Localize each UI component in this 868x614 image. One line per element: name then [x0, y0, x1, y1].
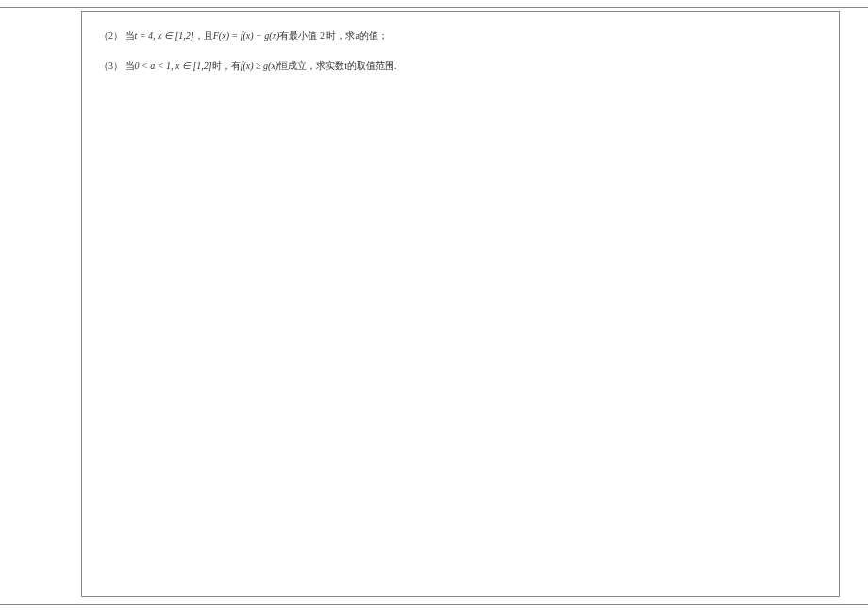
- p3-text-mid: 时，有: [212, 60, 241, 71]
- p2-condition: t = 4, x ∈ [1,2]: [135, 30, 194, 41]
- p3-formula: f(x) ≥ g(x): [241, 60, 278, 71]
- content-area: （2） 当t = 4, x ∈ [1,2]，且F(x) = f(x) − g(x…: [82, 12, 839, 99]
- problem-3: （3） 当0 < a < 1, x ∈ [1,2]时，有f(x) ≥ g(x)恒…: [99, 56, 822, 76]
- p3-label: （3）: [99, 60, 123, 71]
- p2-text-1: 当: [125, 30, 135, 41]
- p2-label: （2）: [99, 30, 123, 41]
- p3-tail: 恒成立，求实数t的取值范围.: [278, 60, 396, 71]
- page-inner-box: （2） 当t = 4, x ∈ [1,2]，且F(x) = f(x) − g(x…: [81, 11, 840, 597]
- p2-formula: F(x) = f(x) − g(x): [213, 30, 280, 41]
- p2-tail: 有最小值 2 时，求a的值；: [279, 30, 387, 41]
- p3-text-1: 当: [125, 60, 135, 71]
- problem-2: （2） 当t = 4, x ∈ [1,2]，且F(x) = f(x) − g(x…: [99, 25, 822, 46]
- p2-text-2: ，且: [194, 30, 213, 41]
- p3-condition: 0 < a < 1, x ∈ [1,2]: [135, 60, 212, 71]
